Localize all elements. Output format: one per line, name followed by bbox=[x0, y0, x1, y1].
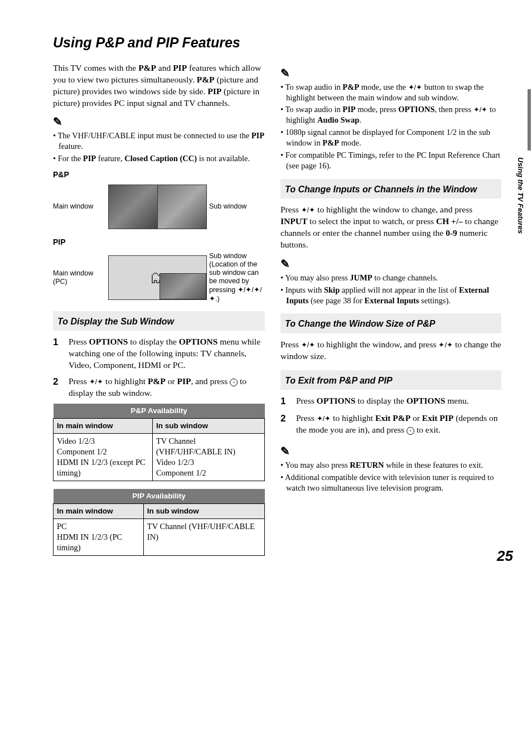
side-accent-bar bbox=[528, 89, 531, 151]
step-2: 2 Press ✦/✦ to highlight P&P or PIP, and… bbox=[53, 376, 265, 399]
pip-table-caption: PIP Availability bbox=[54, 489, 265, 504]
pip-sub-label: Sub window (Location of the sub window c… bbox=[209, 252, 265, 303]
pip-table-h1: In main window bbox=[54, 503, 144, 518]
left-column: This TV comes with the P&P and PIP featu… bbox=[53, 62, 265, 564]
pip-sub-image bbox=[159, 273, 206, 299]
note-icon: ✎ bbox=[280, 444, 290, 459]
sec3-body: Press ✦/✦ to highlight the window, and p… bbox=[280, 339, 501, 362]
pip-table-h2: In sub window bbox=[143, 503, 264, 518]
intro-text: This TV comes with the P&P and PIP featu… bbox=[53, 62, 265, 109]
page-title: Using P&P and PIP Features bbox=[53, 33, 501, 52]
list-item: Inputs with Skip applied will not appear… bbox=[280, 285, 501, 306]
pp-sub-label: Sub window bbox=[209, 202, 265, 211]
pp-table-c2: TV Channel (VHF/UHF/CABLE IN)Video 1/2/3… bbox=[152, 434, 264, 481]
pp-table-c1: Video 1/2/3Component 1/2HDMI IN 1/2/3 (e… bbox=[54, 434, 153, 481]
note-list-1: The VHF/UHF/CABLE input must be connecte… bbox=[53, 130, 265, 164]
note-icon: ✎ bbox=[280, 256, 290, 272]
list-item: To swap audio in P&P mode, use the ✦/✦ b… bbox=[280, 82, 501, 103]
step-num: 1 bbox=[280, 395, 289, 408]
page-number: 25 bbox=[497, 546, 513, 566]
pip-label: PIP bbox=[53, 237, 265, 248]
note-icon: ✎ bbox=[53, 114, 62, 129]
step-body-1: Press OPTIONS to display the OPTIONS men… bbox=[69, 336, 265, 371]
list-item: You may also press JUMP to change channe… bbox=[280, 273, 501, 283]
sec2-body: Press ✦/✦ to highlight the window to cha… bbox=[280, 204, 501, 251]
list-item: For compatible PC Timings, refer to the … bbox=[280, 150, 501, 171]
note-list-3: You may also press JUMP to change channe… bbox=[280, 273, 501, 306]
list-item: Additional compatible device with televi… bbox=[280, 472, 501, 493]
section-exit: To Exit from P&P and PIP bbox=[280, 370, 501, 390]
list-item: You may also press RETURN while in these… bbox=[280, 460, 501, 471]
note-list-4: You may also press RETURN while in these… bbox=[280, 460, 501, 493]
right-column: ✎ To swap audio in P&P mode, use the ✦/✦… bbox=[280, 62, 501, 564]
list-item: To swap audio in PIP mode, press OPTIONS… bbox=[280, 104, 501, 125]
pip-availability-table: PIP Availability In main window In sub w… bbox=[53, 489, 265, 556]
pp-figure: Main window Sub window bbox=[53, 185, 265, 229]
step-body: Press ✦/✦ to highlight Exit P&P or Exit … bbox=[296, 413, 501, 436]
list-item: The VHF/UHF/CABLE input must be connecte… bbox=[53, 130, 265, 152]
step-num: 2 bbox=[280, 413, 289, 436]
section-display-sub: To Display the Sub Window bbox=[53, 311, 265, 331]
pp-table-caption: P&P Availability bbox=[54, 404, 265, 419]
step-num-2: 2 bbox=[53, 376, 62, 399]
pip-main-label: Main window (PC) bbox=[53, 269, 106, 286]
section-change-inputs: To Change Inputs or Channels in the Wind… bbox=[280, 179, 501, 199]
step-body: Press OPTIONS to display the OPTIONS men… bbox=[296, 395, 501, 408]
pp-image bbox=[108, 185, 207, 229]
list-item: 1080p signal cannot be displayed for Com… bbox=[280, 127, 501, 148]
side-tab-text: Using the TV Features bbox=[515, 157, 525, 234]
step-body-2: Press ✦/✦ to highlight P&P or PIP, and p… bbox=[69, 376, 265, 399]
pp-label: P&P bbox=[53, 169, 265, 180]
step-exit-2: 2 Press ✦/✦ to highlight Exit P&P or Exi… bbox=[280, 413, 501, 436]
pip-table-c2: TV Channel (VHF/UHF/CABLE IN) bbox=[143, 519, 264, 556]
pp-table-h1: In main window bbox=[54, 419, 153, 434]
pp-table-h2: In sub window bbox=[152, 419, 264, 434]
pip-figure: Main window (PC) 🗂 Sub window (Location … bbox=[53, 252, 265, 303]
note-icon: ✎ bbox=[280, 66, 290, 81]
pip-table-c1: PCHDMI IN 1/2/3 (PC timing) bbox=[54, 519, 144, 556]
step-exit-1: 1 Press OPTIONS to display the OPTIONS m… bbox=[280, 395, 501, 408]
section-window-size: To Change the Window Size of P&P bbox=[280, 313, 501, 333]
step-num-1: 1 bbox=[53, 336, 62, 371]
list-item: For the PIP feature, Closed Caption (CC)… bbox=[53, 153, 265, 164]
step-1: 1 Press OPTIONS to display the OPTIONS m… bbox=[53, 336, 265, 371]
pp-availability-table: P&P Availability In main window In sub w… bbox=[53, 404, 265, 481]
pp-main-label: Main window bbox=[53, 202, 106, 211]
note-list-2: To swap audio in P&P mode, use the ✦/✦ b… bbox=[280, 82, 501, 171]
pip-image: 🗂 bbox=[108, 255, 207, 300]
